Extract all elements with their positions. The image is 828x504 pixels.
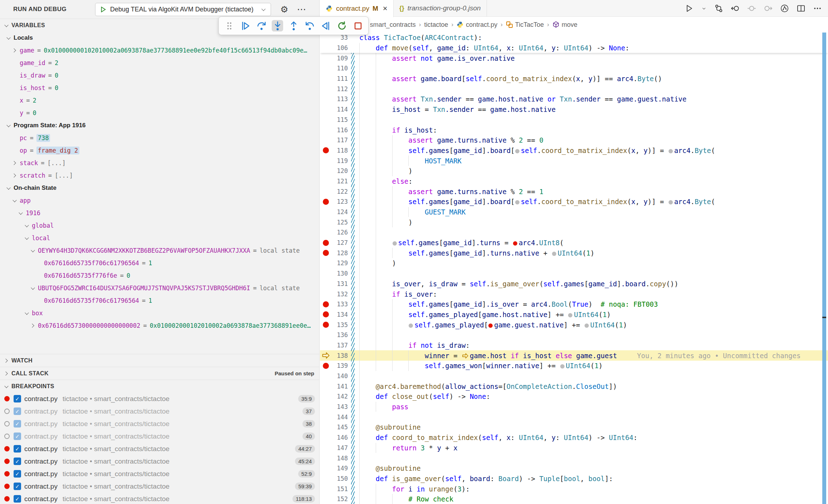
gripper-button[interactable] bbox=[223, 20, 235, 31]
chevron-down-icon[interactable] bbox=[12, 198, 18, 203]
variable-row[interactable]: scratch=[...] bbox=[0, 169, 319, 182]
variable-row[interactable]: 0x67616d65735f706c61796564=1 bbox=[0, 294, 319, 307]
inline-breakpoint-candidate-icon[interactable] bbox=[515, 149, 519, 153]
run-icon[interactable] bbox=[684, 4, 694, 13]
breakpoint-icon[interactable] bbox=[323, 322, 329, 328]
watch-section-header[interactable]: WATCH bbox=[0, 354, 319, 367]
chevron-down-icon[interactable] bbox=[30, 285, 36, 291]
breadcrumb-item-contract.py[interactable]: contract.py bbox=[457, 21, 497, 29]
variable-row[interactable]: game_id=2 bbox=[0, 56, 319, 69]
variable-row[interactable]: local bbox=[0, 232, 319, 244]
step-back-button[interactable] bbox=[304, 20, 315, 31]
variable-row[interactable]: op=frame_dig 2 bbox=[0, 144, 319, 157]
start-debug-icon[interactable] bbox=[100, 6, 107, 13]
chevron-down-icon[interactable] bbox=[18, 210, 24, 216]
breakpoint-checkbox[interactable]: ✓ bbox=[14, 495, 21, 503]
more-actions-icon[interactable]: ⋯ bbox=[297, 7, 307, 12]
step-out-button[interactable] bbox=[288, 20, 299, 31]
variable-row[interactable]: 0x67616d65735f706c61796564=1 bbox=[0, 257, 319, 269]
breakpoint-row[interactable]: ✓contract.pytictactoe • smart_contracts/… bbox=[0, 493, 319, 504]
breakpoint-gutter[interactable] bbox=[320, 199, 331, 205]
breakpoint-gutter[interactable] bbox=[320, 240, 331, 246]
breadcrumb-item-TicTacToe[interactable]: TicTacToe bbox=[506, 21, 544, 29]
breakpoint-checkbox[interactable]: ✓ bbox=[14, 395, 21, 402]
gear-icon[interactable]: ⚙ bbox=[280, 5, 288, 14]
inline-breakpoint-candidate-icon[interactable] bbox=[568, 313, 572, 317]
breakpoint-row[interactable]: ✓contract.pytictactoe • smart_contracts/… bbox=[0, 417, 319, 430]
chevron-down-icon[interactable] bbox=[30, 248, 36, 253]
variable-row[interactable]: is_host=0 bbox=[0, 81, 319, 94]
variable-row[interactable]: app bbox=[0, 194, 319, 207]
chevron-right-icon[interactable] bbox=[12, 173, 18, 178]
restart-button[interactable] bbox=[336, 20, 348, 31]
scope-row[interactable]: Program State: App 1916 bbox=[0, 119, 319, 132]
breakpoint-gutter[interactable] bbox=[320, 147, 331, 153]
timeline-icon[interactable] bbox=[780, 4, 789, 13]
variable-row[interactable]: is_draw=0 bbox=[0, 69, 319, 81]
continue-button[interactable] bbox=[240, 20, 251, 31]
current-change-icon[interactable] bbox=[747, 4, 756, 13]
breakpoint-row[interactable]: ✓contract.pytictactoe • smart_contracts/… bbox=[0, 430, 319, 443]
variable-row[interactable]: pc=738 bbox=[0, 132, 319, 144]
inline-breakpoint-icon[interactable] bbox=[488, 323, 493, 328]
inline-breakpoint-candidate-icon[interactable] bbox=[552, 252, 556, 256]
inline-breakpoint-candidate-icon[interactable] bbox=[393, 241, 397, 246]
variable-row[interactable]: y=0 bbox=[0, 107, 319, 119]
breadcrumb-item-smart_contracts[interactable]: smart_contracts bbox=[370, 21, 416, 29]
call-stack-section-header[interactable]: CALL STACK Paused on step bbox=[0, 367, 319, 380]
breakpoint-icon[interactable] bbox=[323, 250, 329, 256]
breakpoint-gutter[interactable] bbox=[320, 311, 331, 317]
variable-row[interactable]: 0x67616d65730000000000000002=0x010002000… bbox=[0, 319, 319, 332]
stop-button[interactable] bbox=[352, 20, 364, 31]
step-into-button[interactable] bbox=[272, 20, 283, 31]
chevron-right-icon[interactable] bbox=[30, 323, 36, 328]
variable-row[interactable]: stack=[...] bbox=[0, 157, 319, 169]
variable-row[interactable]: game=0x010000000102010002a0693878ae37736… bbox=[0, 44, 319, 56]
inline-breakpoint-icon[interactable] bbox=[513, 241, 517, 246]
inline-breakpoint-candidate-icon[interactable] bbox=[515, 200, 519, 204]
breadcrumb-item-tictactoe[interactable]: tictactoe bbox=[424, 21, 448, 29]
breakpoint-icon[interactable] bbox=[323, 147, 329, 153]
breakpoint-checkbox[interactable]: ✓ bbox=[14, 445, 21, 453]
breakpoint-row[interactable]: ✓contract.pytictactoe • smart_contracts/… bbox=[0, 480, 319, 493]
chevron-down-icon[interactable] bbox=[24, 235, 30, 241]
code-editor[interactable]: 33class TicTacToe(ARC4Contract):106def m… bbox=[320, 33, 828, 504]
breakpoint-row[interactable]: ✓contract.pytictactoe • smart_contracts/… bbox=[0, 455, 319, 468]
variable-row[interactable]: global bbox=[0, 219, 319, 232]
breakpoint-checkbox[interactable]: ✓ bbox=[14, 470, 21, 478]
chevron-down-icon[interactable] bbox=[24, 223, 30, 228]
previous-change-icon[interactable] bbox=[730, 4, 740, 13]
tab-transaction-group-0.json[interactable]: {}transaction-group-0.json bbox=[394, 0, 487, 16]
variable-row[interactable]: box bbox=[0, 307, 319, 319]
close-icon[interactable]: × bbox=[383, 4, 388, 13]
inline-breakpoint-candidate-icon[interactable] bbox=[669, 149, 673, 153]
breakpoint-checkbox[interactable]: ✓ bbox=[14, 458, 21, 465]
breakpoint-gutter[interactable] bbox=[320, 250, 331, 256]
chevron-down-icon[interactable] bbox=[6, 35, 11, 41]
breakpoint-icon[interactable] bbox=[323, 240, 329, 246]
more-icon[interactable] bbox=[813, 4, 822, 13]
breakpoint-row[interactable]: ✓contract.pytictactoe • smart_contracts/… bbox=[0, 468, 319, 480]
breakpoints-section-header[interactable]: BREAKPOINTS bbox=[0, 380, 319, 392]
breakpoint-gutter[interactable] bbox=[320, 301, 331, 307]
chevron-down-icon[interactable] bbox=[6, 185, 11, 191]
breakpoint-row[interactable]: ✓contract.pytictactoe • smart_contracts/… bbox=[0, 405, 319, 417]
split-editor-icon[interactable] bbox=[796, 4, 806, 13]
breadcrumb-item-move[interactable]: move bbox=[552, 21, 577, 29]
breakpoint-gutter[interactable] bbox=[320, 322, 331, 328]
chevron-right-icon[interactable] bbox=[12, 160, 18, 166]
breakpoint-gutter[interactable] bbox=[320, 363, 331, 369]
breakpoint-checkbox[interactable]: ✓ bbox=[14, 420, 21, 428]
step-over-button[interactable] bbox=[256, 20, 267, 31]
variable-row[interactable]: 0x67616d65735f776f6e=0 bbox=[0, 269, 319, 282]
chevron-down-icon[interactable] bbox=[701, 5, 707, 12]
breakpoint-row[interactable]: ✓contract.pytictactoe • smart_contracts/… bbox=[0, 392, 319, 405]
breakpoint-checkbox[interactable]: ✓ bbox=[14, 407, 21, 415]
compare-changes-icon[interactable] bbox=[714, 4, 724, 13]
breakpoint-gutter[interactable] bbox=[320, 351, 331, 360]
breakpoint-row[interactable]: ✓contract.pytictactoe • smart_contracts/… bbox=[0, 443, 319, 455]
breakpoint-icon[interactable] bbox=[323, 199, 329, 205]
breakpoint-checkbox[interactable]: ✓ bbox=[14, 433, 21, 440]
inline-breakpoint-candidate-icon[interactable] bbox=[409, 323, 413, 328]
debug-config-dropdown[interactable]: Debug TEAL via AlgoKit AVM Debugger (tic… bbox=[95, 3, 271, 16]
